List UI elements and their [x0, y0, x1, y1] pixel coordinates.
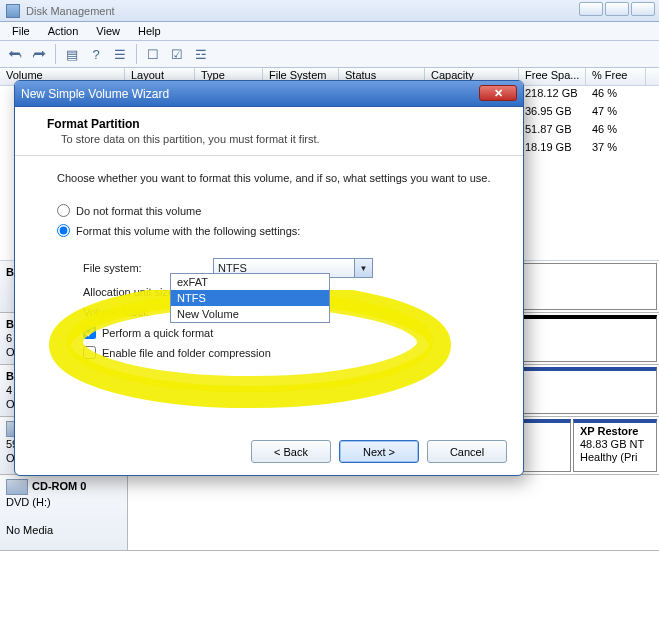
cell-freespace: 218.12 GB — [519, 86, 586, 104]
app-icon — [6, 4, 20, 18]
app-titlebar: Disk Management — [0, 0, 659, 22]
disk-row-cdrom: CD-ROM 0 DVD (H:) No Media — [0, 475, 659, 551]
partition-xp-restore[interactable]: XP Restore 48.83 GB NT Healthy (Pri — [573, 419, 657, 472]
filesystem-dropdown[interactable]: exFAT NTFS New Volume — [170, 273, 330, 323]
dropdown-option-ntfs[interactable]: NTFS — [171, 290, 329, 306]
rescan-icon[interactable]: ☑ — [166, 43, 188, 65]
col-pctfree[interactable]: % Free — [586, 68, 646, 85]
menu-bar: File Action View Help — [0, 22, 659, 41]
cell-freespace: 36.95 GB — [519, 104, 586, 122]
wizard-subheading: To store data on this partition, you mus… — [47, 133, 503, 145]
wizard-close-button[interactable]: ✕ — [479, 85, 517, 101]
wizard-banner: Format Partition To store data on this p… — [15, 107, 523, 156]
checkbox-quick-format[interactable] — [83, 326, 96, 339]
wizard-heading: Format Partition — [47, 117, 503, 131]
cell-pctfree: 46 % — [586, 86, 646, 104]
cdrom-state: No Media — [6, 524, 53, 536]
menu-action[interactable]: Action — [40, 24, 87, 38]
radio-format-with-settings-label: Format this volume with the following se… — [76, 225, 300, 237]
chevron-down-icon[interactable]: ▼ — [354, 259, 372, 277]
cell-freespace: 51.87 GB — [519, 122, 586, 140]
toolbar: ⮪ ⮫ ▤ ? ☰ ☐ ☑ ☲ — [0, 41, 659, 68]
new-simple-volume-wizard: New Simple Volume Wizard ✕ Format Partit… — [14, 80, 524, 476]
back-icon[interactable]: ⮪ — [4, 43, 26, 65]
close-button[interactable] — [631, 2, 655, 16]
forward-icon[interactable]: ⮫ — [28, 43, 50, 65]
minimize-button[interactable] — [579, 2, 603, 16]
app-title: Disk Management — [26, 5, 115, 17]
menu-file[interactable]: File — [4, 24, 38, 38]
disk-partial-label: B — [6, 266, 14, 278]
cell-pctfree: 47 % — [586, 104, 646, 122]
cell-freespace: 18.19 GB — [519, 140, 586, 158]
back-button[interactable]: < Back — [251, 440, 331, 463]
wizard-title: New Simple Volume Wizard — [21, 87, 169, 101]
maximize-button[interactable] — [605, 2, 629, 16]
help-icon[interactable]: ? — [85, 43, 107, 65]
next-button[interactable]: Next > — [339, 440, 419, 463]
cdrom-icon — [6, 479, 28, 495]
dropdown-option-exfat[interactable]: exFAT — [171, 274, 329, 290]
show-hide-tree-icon[interactable]: ▤ — [61, 43, 83, 65]
menu-help[interactable]: Help — [130, 24, 169, 38]
radio-do-not-format[interactable] — [57, 204, 70, 217]
cell-pctfree: 46 % — [586, 122, 646, 140]
cdrom-device: DVD (H:) — [6, 496, 51, 508]
col-freespace[interactable]: Free Spa... — [519, 68, 586, 85]
partition-size: 48.83 GB NT — [580, 438, 644, 450]
disk-partial-label: B — [6, 370, 14, 382]
cell-pctfree: 37 % — [586, 140, 646, 158]
partition-status: Healthy (Pri — [580, 451, 637, 463]
settings-icon[interactable]: ☲ — [190, 43, 212, 65]
wizard-intro: Choose whether you want to format this v… — [57, 172, 495, 184]
cdrom-name: CD-ROM 0 — [32, 480, 86, 492]
radio-do-not-format-label: Do not format this volume — [76, 205, 201, 217]
checkbox-enable-compression[interactable] — [83, 346, 96, 359]
dropdown-option-newvolume[interactable]: New Volume — [171, 306, 329, 322]
refresh-icon[interactable]: ☐ — [142, 43, 164, 65]
wizard-titlebar[interactable]: New Simple Volume Wizard ✕ — [15, 81, 523, 107]
quick-format-label: Perform a quick format — [102, 327, 213, 339]
properties-icon[interactable]: ☰ — [109, 43, 131, 65]
partition-label: XP Restore — [580, 425, 639, 437]
close-icon: ✕ — [494, 87, 503, 100]
disk-left-pane: CD-ROM 0 DVD (H:) No Media — [0, 475, 128, 550]
menu-view[interactable]: View — [88, 24, 128, 38]
disk-partial-label: B — [6, 318, 14, 330]
enable-compression-label: Enable file and folder compression — [102, 347, 271, 359]
cancel-button[interactable]: Cancel — [427, 440, 507, 463]
radio-format-with-settings[interactable] — [57, 224, 70, 237]
